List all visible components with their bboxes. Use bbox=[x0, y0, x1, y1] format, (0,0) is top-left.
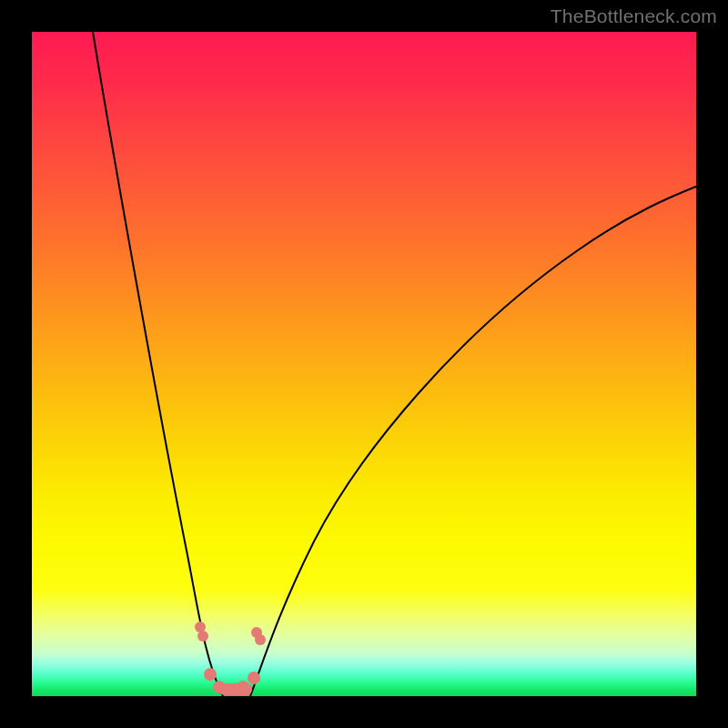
plot-area bbox=[32, 32, 696, 696]
curve-left-branch bbox=[93, 32, 223, 696]
watermark-text: TheBottleneck.com bbox=[551, 5, 717, 27]
chart-stage: TheBottleneck.com bbox=[0, 0, 728, 728]
curve-right-branch bbox=[250, 187, 696, 696]
marker-dot bbox=[248, 672, 260, 684]
marker-dot bbox=[204, 668, 217, 681]
curve-layer bbox=[32, 32, 696, 696]
marker-pill bbox=[219, 683, 252, 695]
marker-dot bbox=[197, 631, 208, 642]
marker-dot bbox=[255, 634, 266, 645]
